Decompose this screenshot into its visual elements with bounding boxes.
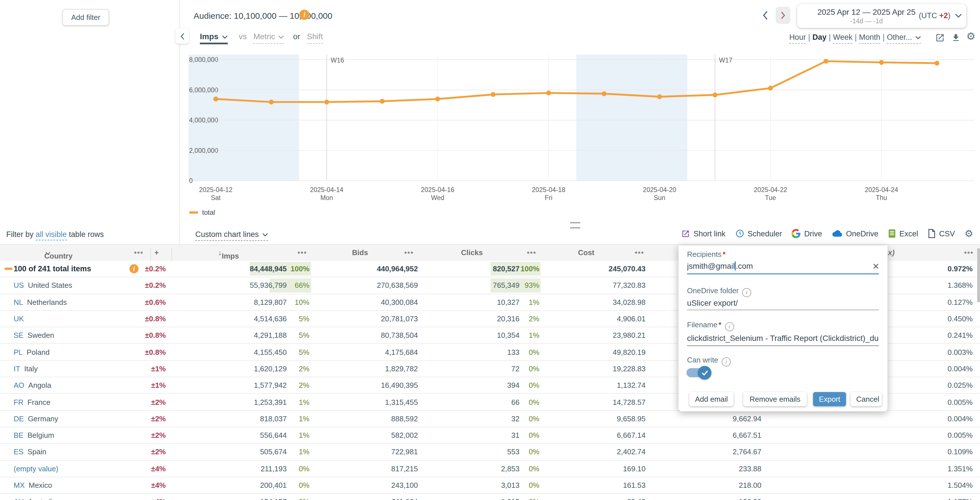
table-row[interactable]: DEGermany±2%818,0371%888,592320%9,658.95… [0, 411, 980, 427]
compare-metric-dropdown[interactable]: Metric [253, 32, 284, 44]
export-dialog: Recipients* jsmith@gmail.com ✕ OneDrive … [678, 246, 888, 411]
column-header-bids[interactable]: Bids [352, 248, 368, 257]
info-icon[interactable]: i [742, 288, 751, 297]
clear-recipients-icon[interactable]: ✕ [872, 261, 880, 272]
open-chart-link-button[interactable] [935, 33, 945, 45]
cost-value: 77,320.83 [612, 281, 646, 290]
column-header-country[interactable]: Country [44, 248, 51, 257]
column-menu-clicks[interactable]: ••• [527, 248, 536, 257]
bids-value: 80,738,504 [381, 331, 418, 340]
column-header-clicks[interactable]: Clicks [461, 248, 483, 257]
recipients-label: Recipients* [687, 250, 725, 259]
recipients-input[interactable]: jsmith@gmail.com [687, 261, 867, 270]
column-menu-imps[interactable]: ••• [298, 248, 307, 257]
scheduler-button[interactable]: Scheduler [735, 229, 782, 238]
filename-input[interactable]: clickdistrict_Selenium - Traffic Report … [687, 334, 884, 343]
column-menu-bids[interactable]: ••• [404, 248, 414, 257]
imps-value: 556,644 [260, 431, 287, 439]
granularity-month[interactable]: Month [859, 33, 880, 44]
table-row[interactable]: (empty value)±4%211,1930%817,2152,8530%1… [0, 460, 980, 477]
data-point [657, 94, 662, 99]
delta-value: ±4% [151, 481, 166, 489]
ctr-value: 1.504% [948, 481, 973, 489]
google-drive-export-button[interactable]: Drive [792, 229, 822, 238]
table-row[interactable]: ESSpain±2%505,6741%722,9815530%2,402.742… [0, 444, 980, 461]
country-cell: UK [14, 315, 28, 323]
clicks-percent: 1% [528, 331, 539, 340]
add-filter-button[interactable]: Add filter [62, 9, 109, 26]
all-visible-link[interactable]: all visible [36, 230, 67, 240]
week-marker-label: W17 [719, 56, 732, 64]
y-tick-label: 8,000,000 [189, 56, 218, 63]
column-header-imps[interactable]: ↓ Imps [218, 248, 222, 257]
chevron-right-icon [780, 11, 786, 20]
granularity-hour[interactable]: Hour [789, 33, 806, 44]
add-column-button[interactable]: + [154, 248, 159, 257]
table-row[interactable]: AUAustralia±4%154,1570%311,9241,8150%89.… [0, 494, 980, 500]
weekend-band [576, 54, 687, 181]
column-header-partial[interactable]: x) [888, 248, 894, 257]
onedrive-export-button[interactable]: OneDrive [832, 229, 878, 238]
external-link-icon [682, 229, 690, 238]
table-settings-button[interactable]: ⚙ [965, 228, 974, 239]
can-write-toggle[interactable] [686, 368, 709, 377]
column-header-cost[interactable]: Cost [578, 248, 595, 257]
legend-item-total[interactable]: total [189, 209, 215, 216]
custom-chart-lines-dropdown[interactable]: Custom chart lines [195, 230, 268, 241]
primary-metric-dropdown[interactable]: Imps [200, 32, 228, 44]
cancel-button[interactable]: Cancel [851, 392, 882, 406]
country-name: Belgium [27, 431, 54, 439]
granularity-selector: Hour|Day|Week|Month|Other... [789, 33, 921, 42]
ctr-value: 1.368% [948, 281, 973, 290]
total-items-label: 100 of 241 total items [14, 265, 91, 273]
chevron-down-icon [915, 36, 921, 40]
extra-value: 2,764.67 [733, 448, 761, 456]
cost-value: 2,402.74 [617, 448, 646, 456]
ctr-value: 0.004% [948, 364, 973, 373]
chart-collapse-button[interactable] [175, 29, 189, 44]
short-link-button[interactable]: Short link [682, 229, 725, 238]
download-chart-button[interactable] [951, 33, 961, 45]
granularity-week[interactable]: Week [833, 33, 853, 44]
country-cell: DEGermany [14, 414, 58, 423]
onedrive-folder-input[interactable]: uSlicer export/ [687, 298, 879, 307]
vertical-scrollbar[interactable] [977, 248, 980, 302]
date-next-button[interactable] [776, 7, 791, 24]
audience-info-icon[interactable]: i [299, 10, 309, 20]
info-icon[interactable]: i [722, 357, 731, 366]
country-name: Poland [27, 348, 50, 356]
chart-settings-button[interactable]: ⚙ [966, 31, 975, 42]
imps-percent: 2% [299, 364, 309, 373]
info-icon[interactable]: i [129, 264, 138, 273]
info-icon[interactable]: i [725, 322, 734, 331]
imps-percent: 2% [299, 381, 309, 390]
excel-export-button[interactable]: Excel [888, 229, 918, 238]
cost-value: 89.43 [627, 498, 646, 500]
country-name: Australia [28, 498, 57, 500]
clicks-value: 20,316 [497, 315, 520, 323]
clicks-value: 32 [511, 414, 520, 423]
clicks-percent: 93% [525, 281, 539, 290]
country-name: Mexico [29, 481, 52, 489]
column-menu-cost[interactable]: ••• [635, 248, 644, 257]
x-tick-date: 2025-04-22 [754, 186, 787, 193]
granularity-other[interactable]: Other... [887, 33, 921, 44]
table-row[interactable]: BEBelgium±2%556,6441%582,002310%6,667.14… [0, 427, 980, 444]
ctr-value: 0.127% [948, 298, 973, 306]
data-point [824, 59, 829, 64]
table-row[interactable]: MXMexico±4%200,4010%243,1003,0130%161.53… [0, 477, 980, 494]
export-button[interactable]: Export [813, 392, 846, 406]
csv-export-button[interactable]: CSV [928, 229, 955, 238]
remove-emails-button[interactable]: Remove emails [743, 392, 807, 406]
country-name: Angola [29, 381, 51, 390]
delta-value: ±4% [151, 464, 166, 473]
granularity-day[interactable]: Day [813, 33, 827, 43]
date-range-picker[interactable]: 2025 Apr 12 — 2025 Apr 25 -14d — -1d (UT… [797, 4, 966, 28]
imps-value: 818,037 [260, 414, 287, 423]
date-prev-button[interactable] [762, 10, 772, 22]
shift-toggle[interactable]: Shift [307, 32, 323, 44]
add-email-button[interactable]: Add email [689, 392, 733, 406]
column-menu-country[interactable]: ••• [134, 248, 143, 257]
clock-icon [735, 229, 744, 238]
column-menu-last[interactable]: ••• [964, 248, 974, 257]
